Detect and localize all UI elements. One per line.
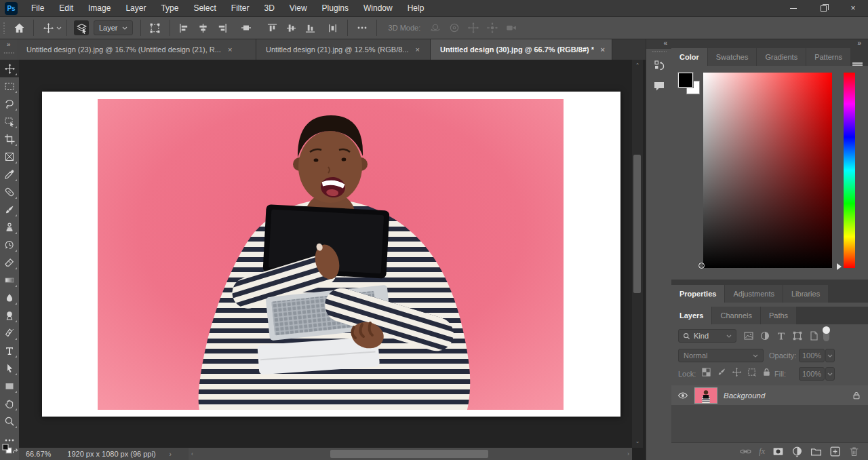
layer-filter-dropdown[interactable]: Kind [678, 329, 736, 343]
eyedropper-tool[interactable] [0, 166, 19, 183]
hand-tool[interactable] [0, 395, 19, 413]
lasso-tool[interactable] [0, 95, 19, 113]
link-icon[interactable] [740, 446, 751, 457]
menu-image[interactable]: Image [81, 0, 118, 16]
eraser-tool[interactable] [0, 254, 19, 271]
tab-color[interactable]: Color [671, 48, 707, 66]
document-tab-2[interactable]: Untitled design (21).jpg @ 12.5% (RGB/8.… [256, 39, 431, 60]
tab-channels[interactable]: Channels [712, 307, 760, 324]
more-options-icon[interactable] [355, 20, 370, 35]
lock-all-icon[interactable] [762, 367, 772, 377]
delete-layer-icon[interactable] [848, 446, 860, 457]
saturation-brightness-field[interactable] [703, 73, 832, 268]
zoom-level-field[interactable]: 66.67% [19, 450, 60, 458]
history-brush-tool[interactable] [0, 236, 19, 254]
tab-adjustments[interactable]: Adjustments [725, 285, 783, 303]
document-tab-1[interactable]: Untitled design (23).jpg @ 16.7% (Untitl… [17, 39, 256, 60]
foreground-color-swatch[interactable] [678, 73, 693, 88]
close-icon[interactable]: × [838, 0, 868, 16]
target-select-dropdown[interactable]: Layer [94, 20, 133, 35]
gradient-tool[interactable] [0, 271, 19, 289]
scroll-up-icon[interactable]: ⌃ [632, 61, 643, 71]
vertical-scrollbar[interactable]: ⌃ ⌄ [632, 60, 643, 448]
blend-mode-dropdown[interactable]: Normal [678, 349, 764, 362]
expand-dock-button[interactable]: » [671, 39, 868, 48]
horizontal-scroll-thumb[interactable] [330, 450, 488, 458]
scroll-right-icon[interactable]: › [627, 448, 629, 460]
options-bar-grip[interactable] [3, 22, 5, 34]
comment-icon[interactable] [646, 76, 672, 96]
tab-properties[interactable]: Properties [671, 285, 724, 303]
dodge-tool[interactable] [0, 307, 19, 324]
artboard[interactable] [42, 92, 620, 417]
zoom-tool[interactable] [0, 413, 19, 430]
type-tool[interactable] [0, 342, 19, 360]
menu-view[interactable]: View [282, 0, 315, 16]
layer-mask-icon[interactable] [772, 446, 784, 457]
home-icon[interactable] [12, 20, 26, 35]
frame-tool[interactable] [0, 148, 19, 166]
menu-3d[interactable]: 3D [256, 0, 281, 16]
filter-adjustment-layers-icon[interactable] [760, 330, 770, 341]
transform-controls-icon[interactable] [148, 20, 163, 35]
close-icon[interactable]: × [601, 45, 605, 54]
crop-tool[interactable] [0, 130, 19, 148]
opacity-dropdown-icon[interactable] [825, 349, 835, 362]
foreground-background-swatches[interactable] [678, 73, 703, 97]
rectangular-marquee-tool[interactable] [0, 77, 19, 95]
brush-tool[interactable] [0, 201, 19, 218]
restore-icon[interactable] [808, 0, 838, 16]
tab-libraries[interactable]: Libraries [783, 285, 828, 303]
filter-type-layers-icon[interactable] [776, 330, 787, 341]
distribute-centers-icon[interactable] [239, 20, 254, 35]
align-center-horizontal-icon[interactable] [196, 20, 211, 35]
spot-healing-brush-tool[interactable] [0, 183, 19, 201]
close-icon[interactable]: × [228, 45, 232, 54]
collapse-dock-button[interactable]: « [646, 39, 671, 49]
auto-select-icon[interactable] [74, 20, 89, 35]
close-icon[interactable]: × [416, 45, 420, 54]
move-tool[interactable] [0, 60, 19, 77]
align-left-icon[interactable] [177, 20, 192, 35]
menu-edit[interactable]: Edit [52, 0, 81, 16]
menu-layer[interactable]: Layer [118, 0, 153, 16]
tab-gradients[interactable]: Gradients [757, 48, 806, 66]
filter-shape-layers-icon[interactable] [792, 330, 803, 341]
lock-transparency-icon[interactable] [701, 367, 711, 377]
menu-file[interactable]: File [24, 0, 52, 16]
foreground-background-colors[interactable] [2, 444, 18, 459]
hue-slider-cursor[interactable] [837, 263, 842, 270]
canvas-area[interactable] [19, 60, 632, 448]
visibility-eye-icon[interactable] [671, 390, 694, 401]
lock-artboard-icon[interactable] [747, 367, 757, 377]
document-tab-3-active[interactable]: Untitled design (30).jpg @ 66.7% (RGB/8#… [431, 39, 612, 60]
menu-help[interactable]: Help [400, 0, 432, 16]
rectangle-tool[interactable] [0, 377, 19, 395]
tab-swatches[interactable]: Swatches [708, 48, 757, 66]
menu-filter[interactable]: Filter [224, 0, 257, 16]
minimize-icon[interactable] [778, 0, 808, 16]
fill-dropdown-icon[interactable] [825, 367, 835, 381]
menu-type[interactable]: Type [153, 0, 186, 16]
filter-smart-objects-icon[interactable] [808, 330, 819, 341]
scroll-down-icon[interactable]: ⌄ [632, 437, 643, 446]
new-group-icon[interactable] [810, 446, 822, 457]
layer-filtering-toggle[interactable] [823, 328, 829, 341]
lock-position-icon[interactable] [732, 367, 742, 377]
clone-stamp-tool[interactable] [0, 218, 19, 236]
horizontal-scrollbar[interactable]: ‹ › [189, 448, 632, 460]
expand-panel-left-button[interactable]: » [0, 39, 17, 60]
blur-tool[interactable] [0, 289, 19, 307]
menu-window[interactable]: Window [356, 0, 400, 16]
object-selection-tool[interactable] [0, 113, 19, 130]
color-field-cursor[interactable] [698, 263, 705, 269]
layer-lock-icon[interactable] [852, 391, 861, 400]
new-layer-icon[interactable] [829, 446, 841, 457]
move-tool-icon[interactable] [41, 20, 56, 35]
tab-layers[interactable]: Layers [671, 307, 711, 324]
filter-pixel-layers-icon[interactable] [743, 330, 754, 341]
menu-select[interactable]: Select [186, 0, 223, 16]
align-top-icon[interactable] [265, 20, 280, 35]
vertical-scroll-thumb[interactable] [633, 155, 641, 293]
menu-plugins[interactable]: Plugins [315, 0, 356, 16]
